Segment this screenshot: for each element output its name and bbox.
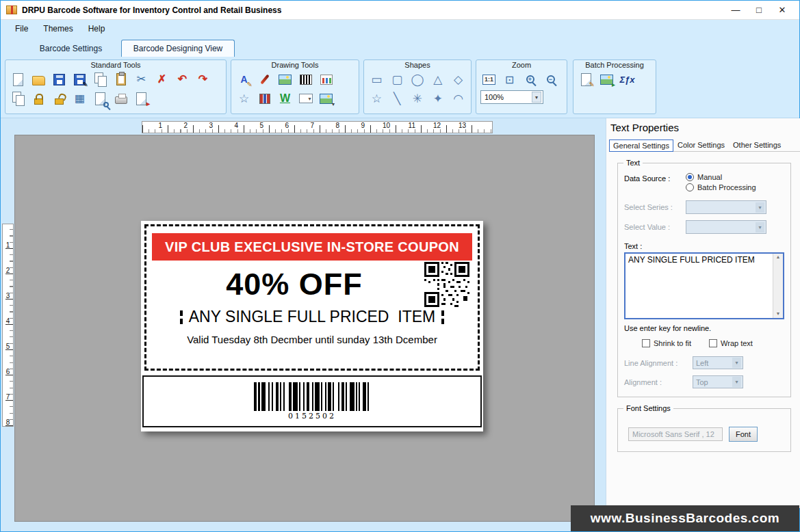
shape-tool-button[interactable]: ☆ bbox=[235, 90, 253, 107]
ruler-number: 1 bbox=[3, 224, 13, 250]
zoom-out-icon: − bbox=[547, 75, 555, 83]
coupon-banner[interactable]: VIP CLUB EXECLUSIVE IN-STORE COUPON bbox=[152, 233, 472, 261]
menu-file[interactable]: File bbox=[8, 21, 36, 36]
ruler-number: 8 bbox=[3, 401, 13, 427]
minimize-button[interactable]: — bbox=[724, 2, 747, 18]
tab-barcode-settings[interactable]: Barcode Settings bbox=[21, 40, 120, 57]
coupon-barcode-section[interactable]: 0152502 bbox=[142, 375, 482, 427]
paste-button[interactable] bbox=[112, 70, 130, 88]
arc-shape-button[interactable]: ◠ bbox=[449, 90, 467, 107]
wrap-text-checkbox[interactable] bbox=[709, 339, 717, 347]
font-name-field: Microsoft Sans Serif , 12 bbox=[628, 427, 723, 441]
library-tool-button[interactable] bbox=[255, 90, 274, 107]
shapes-row-2: ☆ ╲ ✳ ✦ ◠ bbox=[364, 88, 471, 107]
fit-to-window-button[interactable]: ⊡ bbox=[500, 70, 519, 88]
new-document-icon bbox=[13, 73, 23, 86]
open-file-button[interactable] bbox=[29, 70, 48, 88]
sun-shape-button[interactable]: ✳ bbox=[409, 90, 427, 107]
unlock-button[interactable] bbox=[50, 90, 68, 107]
textarea-scrollbar[interactable]: ▲ ▼ bbox=[773, 254, 783, 318]
undo-button[interactable]: ↶ bbox=[173, 70, 192, 88]
edit-batch-button[interactable]: ✎ bbox=[577, 70, 595, 88]
font-settings-group: Font Settings Microsoft Sans Serif , 12 … bbox=[617, 408, 791, 452]
menu-help[interactable]: Help bbox=[81, 21, 113, 36]
select-value-dropdown[interactable]: ▾ bbox=[686, 220, 766, 234]
tab-barcode-designing-view[interactable]: Barcode Designing View bbox=[121, 40, 235, 57]
line-shape-button[interactable]: ╲ bbox=[388, 90, 407, 107]
one-to-one-icon: 1:1 bbox=[482, 75, 495, 85]
lock-button[interactable] bbox=[29, 90, 48, 107]
zoom-in-button[interactable]: + bbox=[521, 70, 539, 88]
coupon-validity-text[interactable]: Valid Tuesday 8th Decmber until sunday 1… bbox=[146, 334, 478, 345]
rectangle-shape-button[interactable]: ▭ bbox=[367, 70, 386, 88]
grid-button[interactable]: ▦ bbox=[70, 90, 89, 107]
batch-radio-item: Batch Processing bbox=[686, 183, 756, 191]
group-label: Shapes bbox=[364, 61, 471, 69]
new-document-button[interactable] bbox=[9, 70, 27, 88]
preview-button[interactable] bbox=[91, 90, 109, 107]
maximize-button[interactable]: □ bbox=[747, 2, 771, 18]
line-alignment-label: Line Alignment : bbox=[624, 359, 693, 367]
line-alignment-dropdown[interactable]: Left▾ bbox=[693, 356, 743, 369]
four-point-star-shape-button[interactable]: ✦ bbox=[428, 90, 447, 107]
diamond-shape-button[interactable]: ◇ bbox=[449, 70, 467, 88]
text-input[interactable]: ANY SINGLE FULL PRICED ITEM ▲ ▼ bbox=[624, 252, 784, 319]
scroll-down-icon[interactable]: ▼ bbox=[776, 311, 781, 317]
font-button[interactable]: Font bbox=[729, 427, 758, 442]
shrink-to-fit-checkbox[interactable] bbox=[642, 339, 650, 347]
zoom-level-dropdown[interactable]: 100% ▾ bbox=[480, 90, 543, 104]
qr-code[interactable] bbox=[424, 262, 469, 307]
ellipse-shape-button[interactable]: ◯ bbox=[409, 70, 427, 88]
tab-other-settings[interactable]: Other Settings bbox=[729, 139, 785, 151]
coupon-label[interactable]: VIP CLUB EXECLUSIVE IN-STORE COUPON 40% … bbox=[141, 221, 483, 431]
barcode-tool-button[interactable] bbox=[296, 70, 315, 88]
chevron-down-icon: ▾ bbox=[756, 202, 764, 213]
print-button[interactable] bbox=[112, 90, 130, 107]
alignment-dropdown[interactable]: Top▾ bbox=[693, 375, 743, 388]
tab-general-settings[interactable]: General Settings bbox=[609, 139, 673, 152]
formula-button[interactable]: Σƒx bbox=[618, 70, 636, 88]
batch-processing-radio[interactable] bbox=[686, 183, 694, 191]
coupon-item-row: ANY SINGLE FULL PRICED ITEM bbox=[146, 308, 478, 326]
save-button[interactable] bbox=[50, 70, 68, 88]
image-tool-button[interactable] bbox=[276, 70, 294, 88]
panel-title: Text Properties bbox=[610, 122, 800, 133]
text-field-label: Text : bbox=[624, 242, 784, 250]
window-title: DRPU Barcode Software for Inventory Cont… bbox=[22, 5, 281, 15]
menu-themes[interactable]: Themes bbox=[36, 21, 80, 36]
tab-color-settings[interactable]: Color Settings bbox=[673, 139, 729, 151]
copy-button[interactable] bbox=[91, 70, 109, 88]
select-series-dropdown[interactable]: ▾ bbox=[686, 200, 766, 214]
group-label: Batch Processing bbox=[573, 61, 656, 69]
coupon-discount-text[interactable]: 40% OFF bbox=[164, 267, 424, 302]
export-batch-button[interactable]: ▸ bbox=[597, 70, 616, 88]
cut-button[interactable]: ✂ bbox=[132, 70, 151, 88]
newline-hint: Use enter key for newline. bbox=[624, 324, 784, 332]
combo-icon: ▾ bbox=[299, 94, 313, 103]
export-button[interactable]: ▸ bbox=[132, 90, 151, 107]
combo-tool-button[interactable]: ▾ bbox=[296, 90, 315, 107]
actual-size-button[interactable]: 1:1 bbox=[480, 70, 498, 88]
manual-radio-label: Manual bbox=[697, 173, 722, 181]
chart-tool-button[interactable] bbox=[317, 70, 335, 88]
shape-star-icon: ☆ bbox=[239, 92, 249, 106]
picture-dropdown-button[interactable]: ▾ bbox=[317, 90, 335, 107]
diamond-icon: ◇ bbox=[454, 72, 463, 87]
redo-button[interactable]: ↷ bbox=[194, 70, 212, 88]
ruler-number: 12 bbox=[421, 122, 446, 129]
coupon-item-text[interactable]: ANY SINGLE FULL PRICED ITEM bbox=[189, 308, 435, 326]
wordart-tool-button[interactable]: W bbox=[276, 90, 294, 107]
delete-button[interactable]: ✗ bbox=[153, 70, 171, 88]
triangle-shape-button[interactable]: △ bbox=[428, 70, 447, 88]
text-tool-button[interactable]: A✎ bbox=[235, 70, 253, 88]
brush-tool-button[interactable] bbox=[255, 70, 274, 88]
zoom-out-button[interactable]: − bbox=[541, 70, 560, 88]
duplicate-button[interactable] bbox=[9, 90, 27, 107]
star-shape-button[interactable]: ☆ bbox=[367, 90, 386, 107]
manual-radio-item: Manual bbox=[686, 173, 756, 181]
save-as-button[interactable]: ✎ bbox=[70, 70, 89, 88]
manual-radio[interactable] bbox=[686, 173, 694, 181]
rounded-rectangle-shape-button[interactable]: ▢ bbox=[388, 70, 407, 88]
close-button[interactable]: ✕ bbox=[771, 2, 794, 18]
scroll-up-icon[interactable]: ▲ bbox=[776, 254, 781, 261]
